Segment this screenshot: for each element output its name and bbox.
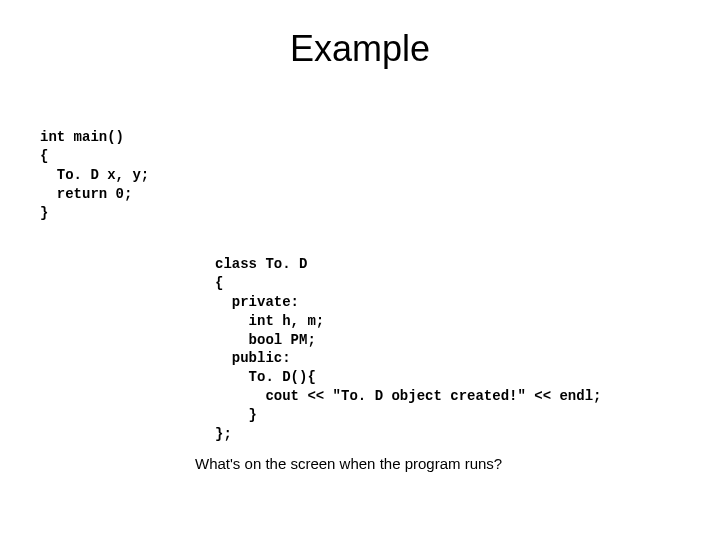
question-text: What's on the screen when the program ru… — [195, 455, 502, 472]
code-class-definition: class To. D { private: int h, m; bool PM… — [215, 255, 601, 444]
code-main-function: int main() { To. D x, y; return 0; } — [40, 128, 149, 222]
page-title: Example — [0, 28, 720, 70]
